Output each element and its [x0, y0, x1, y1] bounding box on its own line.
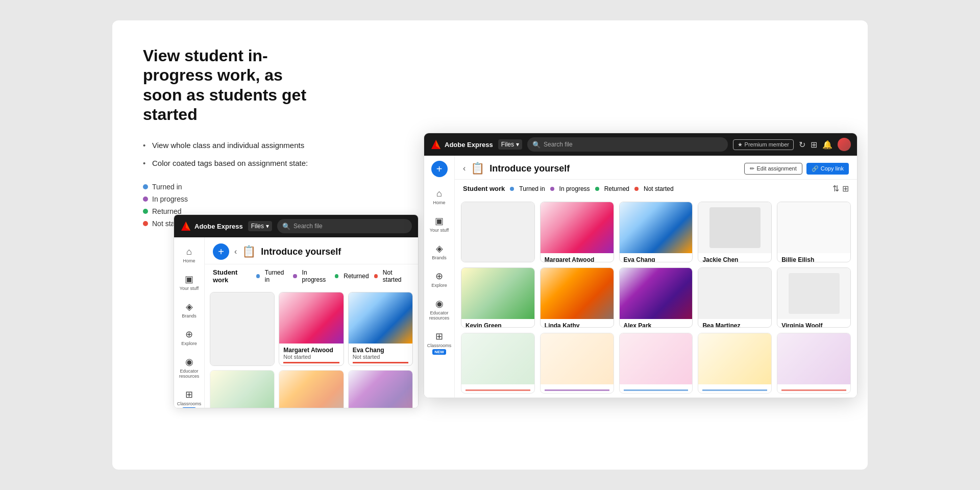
small-back-btn[interactable]: ‹	[234, 247, 237, 256]
bullet-list: View whole class and individual assignme…	[143, 140, 316, 168]
small-student-card-1[interactable]: Margaret Atwood Not started	[279, 292, 344, 366]
student-name-linda-kathy: Linda Kathy	[545, 322, 609, 328]
student-thumb-billie-eilish	[777, 202, 850, 253]
small-sidebar-item-edu[interactable]: ◉ Educator resources	[176, 352, 203, 383]
small-sidebar-item-home[interactable]: ⌂ Home	[176, 242, 203, 267]
large-ae-body: + ⌂ Home ▣ Your stuff ◈ Brands ⊕ Explore	[424, 156, 857, 398]
large-sidebar-item-brands[interactable]: ◈ Brands	[426, 239, 453, 264]
edit-assignment-button[interactable]: ✏ Edit assignment	[744, 163, 802, 175]
grid-view-icon[interactable]: ⊞	[842, 184, 849, 193]
small-assignment-title: Introduce yourself	[261, 247, 410, 257]
small-student-info-1: Margaret Atwood Not started	[279, 344, 343, 365]
main-heading: View student in-progress work, as soon a…	[143, 46, 316, 125]
large-dropdown-arrow: ▾	[516, 141, 519, 148]
large-files-label: Files	[501, 141, 514, 148]
large-assignment-title: Introduce yourself	[489, 163, 739, 174]
bell-icon[interactable]: 🔔	[822, 140, 832, 150]
small-status-bar-2	[353, 362, 408, 363]
large-status-turned-in: Turned in	[519, 185, 545, 192]
small-search-placeholder: Search file	[293, 223, 323, 230]
student-card-carrie-blue[interactable]: Carrie Blue Not started	[461, 202, 535, 262]
large-files-dropdown[interactable]: Files ▾	[498, 139, 522, 150]
large-brands-label: Brands	[432, 255, 447, 260]
student-card-billie-eilish[interactable]: Billie Eilish Not started	[777, 202, 851, 262]
copy-link-button[interactable]: 🔗 Copy link	[806, 163, 849, 175]
student-card-kevin-green[interactable]: Kevin Green In progress	[461, 267, 535, 328]
dot-not-started	[143, 221, 148, 226]
small-ae-body: ⌂ Home ▣ Your stuff ◈ Brands ⊕ Explore ◉	[174, 237, 418, 408]
apps-icon[interactable]: ⊞	[811, 140, 817, 150]
large-fab[interactable]: +	[431, 161, 448, 177]
small-student-card-5[interactable]	[348, 370, 413, 408]
small-student-card-4[interactable]	[279, 370, 344, 408]
large-explore-label: Explore	[431, 283, 447, 288]
student-card-row3-2[interactable]	[540, 333, 614, 394]
small-classrooms-icon: ⊞	[185, 389, 193, 400]
large-status-in-progress: In progress	[559, 185, 590, 192]
student-name-kevin-green: Kevin Green	[465, 322, 530, 328]
student-name-virginia-woolf: Virginia Woolf	[781, 322, 846, 328]
small-student-name-1: Margaret Atwood	[283, 347, 339, 354]
small-sidebar-item-brands[interactable]: ◈ Brands	[176, 297, 203, 323]
small-student-status-2: Not started	[353, 354, 408, 360]
small-sidebar: ⌂ Home ▣ Your stuff ◈ Brands ⊕ Explore ◉	[174, 237, 205, 408]
student-card-margaret-atwood[interactable]: Margaret Atwood In progress	[540, 202, 614, 262]
small-files-dropdown[interactable]: Files ▾	[248, 221, 272, 231]
large-yourstuff-label: Your stuff	[430, 228, 449, 233]
small-sidebar-item-classrooms[interactable]: ⊞ Classrooms NEW	[176, 385, 203, 408]
student-card-alex-park[interactable]: Alex Park Returned	[619, 267, 693, 328]
student-card-jackie-chen[interactable]: Jackie Chen Turned in	[698, 202, 772, 262]
small-sidebar-item-explore[interactable]: ⊕ Explore	[176, 325, 203, 350]
large-sidebar-item-explore[interactable]: ⊕ Explore	[426, 266, 453, 292]
large-new-badge: NEW	[432, 349, 446, 355]
student-thumb-carrie-blue	[461, 202, 534, 262]
student-card-eva-chang[interactable]: Eva Chang Turned in	[619, 202, 693, 262]
student-info-row3-3	[620, 384, 693, 393]
student-card-virginia-woolf[interactable]: Virginia Woolf Turned in	[777, 267, 851, 328]
small-classrooms-label: Classrooms	[177, 401, 202, 406]
large-grid-controls: ⇅ ⊞	[832, 184, 849, 193]
small-adobe-ui: Adobe Express Files ▾ 🔍 Search file ⌂ Ho…	[174, 214, 419, 408]
student-name-margaret-atwood: Margaret Atwood	[545, 256, 609, 262]
student-info-row3-5	[777, 384, 850, 393]
premium-label: Premium member	[745, 141, 789, 148]
student-card-bea-martinez[interactable]: Bea Martinez Not started	[698, 267, 772, 328]
large-ae-main: ‹ 📋 Introduce yourself ✏ Edit assignment…	[455, 156, 857, 398]
large-sidebar-item-yourstuff[interactable]: ▣ Your stuff	[426, 211, 453, 237]
sort-icon[interactable]: ⇅	[832, 184, 839, 193]
student-info-eva-chang: Eva Chang Turned in	[620, 253, 693, 262]
large-sidebar-item-edu[interactable]: ◉ Educator resources	[426, 294, 453, 325]
student-info-billie-eilish: Billie Eilish Not started	[777, 253, 850, 262]
student-card-row3-3[interactable]	[619, 333, 693, 394]
small-sidebar-item-yourstuff[interactable]: ▣ Your stuff	[176, 270, 203, 295]
large-home-icon: ⌂	[436, 188, 442, 199]
student-card-row3-4[interactable]	[698, 333, 772, 394]
large-adobe-ui: Adobe Express Files ▾ 🔍 Search file ★ Pr…	[424, 133, 857, 398]
small-search-bar[interactable]: 🔍 Search file	[277, 219, 412, 233]
student-thumb-kevin-green	[461, 268, 534, 319]
large-search-bar[interactable]: 🔍 Search file	[527, 137, 728, 152]
copy-link-label: Copy link	[821, 165, 844, 172]
small-status-in-progress: In progress	[302, 269, 330, 283]
small-student-card-3[interactable]	[210, 370, 275, 408]
student-info-row3-1	[461, 384, 534, 393]
small-student-card-0[interactable]: Carrie Blue Not started	[210, 292, 275, 366]
student-thumb-row3-4	[698, 333, 771, 384]
small-fab[interactable]: +	[213, 243, 229, 260]
large-sidebar-item-classrooms[interactable]: ⊞ Classrooms NEW	[426, 327, 453, 359]
large-status-returned: Returned	[604, 185, 629, 192]
small-student-card-2[interactable]: Eva Chang Not started	[348, 292, 413, 366]
student-status-bar-row3-1	[465, 389, 530, 391]
student-thumb-row3-5	[777, 333, 850, 384]
student-card-row3-5[interactable]	[777, 333, 851, 394]
large-sidebar-item-home[interactable]: ⌂ Home	[426, 184, 453, 209]
refresh-icon[interactable]: ↻	[799, 140, 805, 150]
small-files-label: Files	[251, 223, 264, 230]
user-avatar[interactable]	[838, 138, 851, 151]
large-back-btn[interactable]: ‹	[463, 164, 465, 173]
student-card-row3-1[interactable]	[461, 333, 535, 394]
small-student-info-2: Eva Chang Not started	[349, 344, 412, 365]
student-card-linda-kathy[interactable]: Linda Kathy Turned in	[540, 267, 614, 328]
large-assignment-header: ‹ 📋 Introduce yourself ✏ Edit assignment…	[455, 156, 857, 180]
dot-turned-in	[143, 184, 148, 189]
